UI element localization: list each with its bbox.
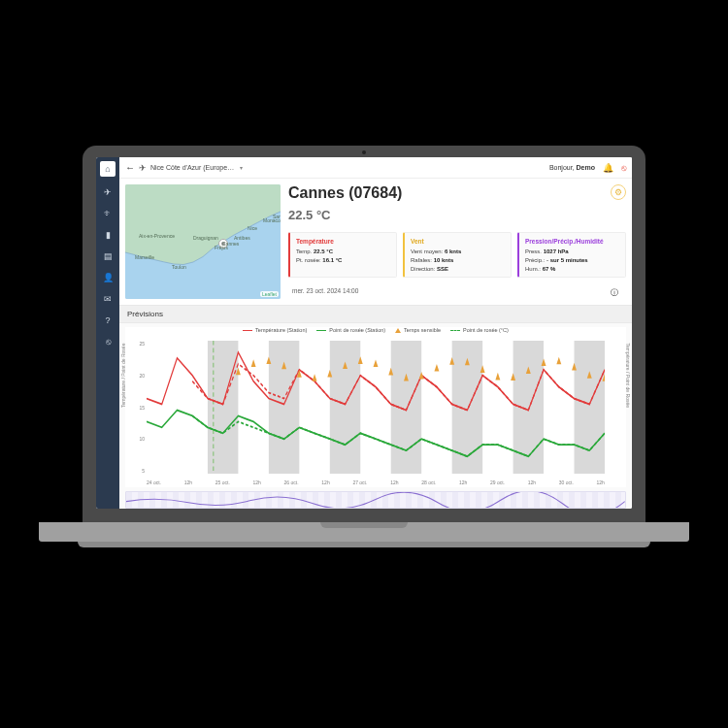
wifi-icon[interactable]: ᯤ [102, 208, 114, 219]
station-title: Cannes (07684) [288, 184, 626, 202]
home-icon[interactable]: ⌂ [100, 161, 116, 177]
app-screen: ⌂✈ᯤ▮▤👤✉?⎋ ← ✈ Nice Côte d'Azur (Europe… … [96, 157, 632, 509]
chart-legend: Température (Station)Point de rosée (Sta… [125, 327, 626, 333]
svg-rect-0 [208, 341, 238, 474]
card-row: Rafales: 10 knts [411, 256, 505, 265]
svg-rect-2 [330, 341, 360, 474]
card-wind: Vent Vent moyen: 6 kntsRafales: 10 kntsD… [403, 232, 512, 278]
map-label: Marseille [135, 254, 154, 260]
chevron-down-icon[interactable]: ▾ [240, 164, 243, 171]
card-row: Vent moyen: 6 knts [411, 248, 505, 256]
location-map[interactable]: Leaflet Aix-en-ProvenceMarseilleToulonFr… [125, 184, 281, 299]
notifications-icon[interactable]: 🔔 [603, 163, 613, 173]
map-label: Aix-en-Provence [139, 233, 175, 239]
map-label: Cannes [222, 241, 239, 247]
svg-rect-3 [391, 341, 421, 474]
station-temp: 22.5 °C [288, 208, 626, 222]
laptop-base [39, 522, 689, 542]
settings-button[interactable]: ⚙ [611, 184, 626, 200]
info-icon[interactable]: ⓘ [611, 287, 618, 298]
legend-item: Point de rosée (Station) [316, 327, 385, 333]
card-row: Hum.: 67 % [525, 265, 619, 274]
book-icon[interactable]: ▤ [102, 250, 114, 262]
map-label: Nice [248, 225, 257, 231]
laptop-mockup: ⌂✈ᯤ▮▤👤✉?⎋ ← ✈ Nice Côte d'Azur (Europe… … [83, 146, 645, 542]
plane-icon[interactable]: ✈ [102, 186, 114, 198]
card-pressure: Pression/Précip./Humidité Press. 1027 hP… [517, 232, 626, 278]
card-row: Pt. rosée: 16.1 °C [296, 256, 390, 265]
camera-dot [362, 150, 366, 154]
card-temperature: Température Temp. 22.5 °CPt. rosée: 16.1… [288, 232, 397, 278]
trackpad-notch [320, 522, 408, 528]
forecast-chart[interactable]: Température (Station)Point de rosée (Sta… [125, 327, 626, 487]
chart-plot: 252015105 24 oct.12h25 oct.12h26 oct.12h… [147, 341, 605, 474]
map-label: Draguignan [193, 235, 218, 241]
svg-rect-5 [513, 341, 544, 474]
greeting: Bonjour, Demo [549, 164, 595, 171]
svg-rect-1 [269, 341, 299, 474]
chart-x-axis: 24 oct.12h25 oct.12h26 oct.12h27 oct.12h… [147, 480, 605, 485]
map-label: San Remo [273, 214, 281, 219]
logout-icon[interactable]: ⎋ [621, 163, 626, 173]
card-row: Temp. 22.5 °C [296, 248, 390, 256]
summary-cards: Température Temp. 22.5 °CPt. rosée: 16.1… [288, 232, 626, 278]
main-panel: ← ✈ Nice Côte d'Azur (Europe… ▾ Bonjour,… [119, 157, 632, 509]
legend-item: Point de rosée (°C) [450, 327, 509, 333]
legend-item: Temps sensible [395, 327, 441, 333]
user-icon[interactable]: 👤 [102, 272, 114, 283]
topbar: ← ✈ Nice Côte d'Azur (Europe… ▾ Bonjour,… [119, 157, 632, 179]
timestamp-row: mer. 23 oct. 2024 14:00 ⓘ [292, 287, 626, 294]
card-row: Précip.: - sur 5 minutes [525, 256, 619, 265]
mail-icon[interactable]: ✉ [102, 293, 114, 305]
map-label: Toulon [172, 264, 186, 270]
battery-icon[interactable]: ▮ [102, 229, 114, 241]
help-icon[interactable]: ? [102, 314, 114, 326]
card-row: Direction: SSE [411, 265, 505, 274]
section-header-forecast: Prévisions [119, 305, 632, 323]
y-axis-label-left: Température / Point de Rosée [120, 343, 126, 407]
y-axis-label-right: Température / Point de Rosée [625, 343, 631, 407]
secondary-chart-strip[interactable] [125, 491, 626, 509]
back-button[interactable]: ← [125, 162, 135, 173]
legend-item: Température (Station) [243, 327, 307, 333]
exit-icon[interactable]: ⎋ [102, 336, 114, 347]
card-row: Press. 1027 hPa [525, 248, 619, 256]
svg-rect-6 [575, 341, 605, 474]
sidebar: ⌂✈ᯤ▮▤👤✉?⎋ [96, 157, 119, 509]
location-selector[interactable]: Nice Côte d'Azur (Europe… [150, 164, 234, 171]
map-attribution: Leaflet [260, 291, 279, 297]
plane-icon: ✈ [139, 163, 147, 173]
data-timestamp: mer. 23 oct. 2024 14:00 [292, 287, 358, 294]
screen-bezel: ⌂✈ᯤ▮▤👤✉?⎋ ← ✈ Nice Côte d'Azur (Europe… … [83, 146, 645, 522]
hero: Leaflet Aix-en-ProvenceMarseilleToulonFr… [119, 179, 632, 305]
